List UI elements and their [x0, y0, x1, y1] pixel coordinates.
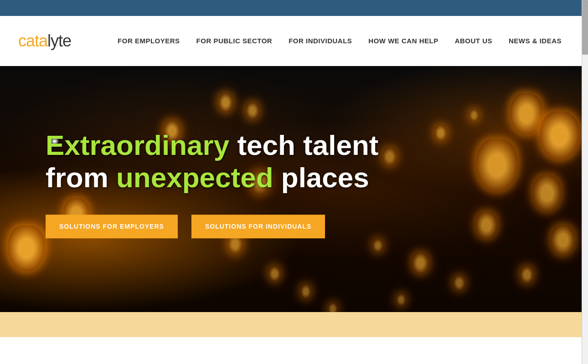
top-bar — [0, 0, 588, 16]
lantern-8 — [269, 267, 280, 281]
lantern-22 — [383, 148, 397, 165]
lantern-13 — [476, 139, 517, 191]
lantern-10 — [328, 303, 337, 312]
hero-buttons: SOLUTIONS FOR EMPLOYERS SOLUTIONS FOR IN… — [46, 215, 378, 238]
nav-for-employers[interactable]: FOR EMPLOYERS — [109, 33, 188, 48]
lantern-20 — [397, 294, 406, 306]
lantern-14 — [533, 175, 561, 211]
scrollbar[interactable] — [582, 0, 588, 337]
solutions-for-individuals-button[interactable]: SOLUTIONS FOR INDIVIDUALS — [191, 215, 325, 238]
lantern-24 — [469, 109, 479, 121]
nav-for-individuals[interactable]: FOR INDIVIDUALS — [280, 33, 360, 48]
logo-part1: cata — [18, 31, 47, 50]
lantern-18 — [521, 267, 533, 283]
bottom-section — [0, 312, 588, 337]
headline-word-places: places — [273, 162, 369, 194]
headline-word-extraordinary: Extraordinary — [46, 129, 229, 161]
hero-headline: Extraordinary tech talent from unexpecte… — [46, 129, 378, 194]
headline-word-tech-talent: tech talent — [229, 129, 378, 161]
header: catalyte FOR EMPLOYERS FOR PUBLIC SECTOR… — [0, 16, 588, 66]
lantern-17 — [413, 253, 428, 273]
lantern-1 — [8, 226, 45, 271]
headline-word-from: from — [46, 162, 116, 194]
logo[interactable]: catalyte — [18, 31, 71, 51]
nav-for-public-sector[interactable]: FOR PUBLIC SECTOR — [188, 33, 281, 48]
nav-how-we-can-help[interactable]: HOW WE CAN HELP — [360, 33, 446, 48]
lantern-23 — [435, 125, 447, 141]
hero-content: Extraordinary tech talent from unexpecte… — [46, 129, 378, 238]
lantern-5 — [246, 103, 259, 119]
main-nav: FOR EMPLOYERS FOR PUBLIC SECTOR FOR INDI… — [98, 33, 570, 48]
lantern-12 — [540, 112, 579, 159]
lantern-4 — [219, 93, 232, 112]
lantern-21 — [373, 239, 383, 252]
nav-about-us[interactable]: ABOUT US — [447, 33, 500, 48]
lantern-11 — [511, 93, 542, 134]
lantern-9 — [301, 285, 311, 298]
solutions-for-employers-button[interactable]: SOLUTIONS FOR EMPLOYERS — [46, 215, 178, 238]
lantern-19 — [454, 276, 465, 290]
headline-word-unexpected: unexpected — [116, 162, 273, 194]
scrollbar-thumb[interactable] — [582, 0, 588, 55]
lantern-15 — [476, 212, 497, 238]
hero-section: Extraordinary tech talent from unexpecte… — [0, 66, 588, 312]
nav-news-ideas[interactable]: NEWS & IDEAS — [500, 33, 570, 48]
lantern-16 — [552, 226, 574, 255]
logo-part2: lyte — [47, 31, 71, 50]
